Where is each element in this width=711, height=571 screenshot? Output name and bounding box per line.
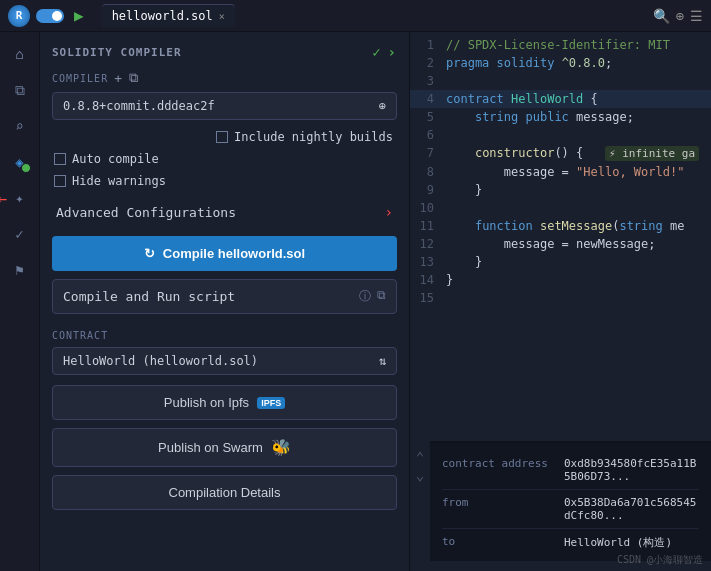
line-num: 13 — [418, 253, 446, 271]
sidebar-icon-home[interactable]: ⌂ — [6, 40, 34, 68]
zoom-in-icon[interactable]: ⊕ — [676, 8, 684, 24]
publish-swarm-button[interactable]: Publish on Swarm 🐝 — [52, 428, 397, 467]
adv-arrow-icon: › — [385, 204, 393, 220]
hide-warnings-row: Hide warnings — [52, 174, 397, 188]
tab-close-icon[interactable]: × — [219, 11, 225, 22]
advanced-config-row[interactable]: Advanced Configurations › — [52, 196, 397, 228]
copy2-icon[interactable]: ⧉ — [377, 288, 386, 305]
copy-compiler-icon[interactable]: ⧉ — [129, 70, 139, 86]
code-line-9: 9 } — [410, 181, 711, 199]
line-num: 12 — [418, 235, 446, 253]
panel-title: SOLIDITY COMPILER ✓ › — [52, 44, 397, 60]
tab-helloworld[interactable]: helloworld.sol × — [102, 4, 235, 27]
auto-compile-label: Auto compile — [72, 152, 159, 166]
toggle-switch[interactable] — [36, 9, 64, 23]
scroll-up-icon[interactable]: ⌃ — [416, 449, 424, 465]
line-content: string public message; — [446, 108, 634, 126]
code-panel: 1 // SPDX-License-Identifier: MIT 2 prag… — [410, 32, 711, 571]
compile-refresh-icon: ↻ — [144, 246, 155, 261]
code-line-15: 15 — [410, 289, 711, 307]
contract-arrow-icon: ⇅ — [379, 354, 386, 368]
main-layout: ⌂ ⧉ ⌕ ◈ ← ✦ ✓ ⚑ SOLIDITY COMPILER ✓ › CO… — [0, 32, 711, 571]
output-row-address: contract address 0xd8b934580fcE35a11B5B0… — [442, 451, 699, 490]
line-num: 10 — [418, 199, 446, 217]
line-num: 2 — [418, 54, 446, 72]
panel-title-text: SOLIDITY COMPILER — [52, 46, 182, 59]
compilation-details-label: Compilation Details — [169, 485, 281, 500]
output-val-from: 0x5B38Da6a701c568545dCfc80... — [564, 496, 699, 522]
top-bar: R ▶ helloworld.sol × 🔍 ⊕ ☰ — [0, 0, 711, 32]
sidebar-icon-search[interactable]: ⌕ — [6, 112, 34, 140]
code-line-1: 1 // SPDX-License-Identifier: MIT — [410, 36, 711, 54]
code-line-7: 7 constructor() { ⚡ infinite ga — [410, 144, 711, 163]
split-icon[interactable]: ☰ — [690, 8, 703, 24]
swarm-icon: 🐝 — [271, 438, 291, 457]
hide-warnings-label: Hide warnings — [72, 174, 166, 188]
output-row-from: from 0x5B38Da6a701c568545dCfc80... — [442, 490, 699, 529]
section-compiler-label: COMPILER + ⧉ — [52, 70, 397, 86]
line-content: contract HelloWorld { — [446, 90, 598, 108]
sidebar-icon-files[interactable]: ⧉ — [6, 76, 34, 104]
scroll-arrows[interactable]: ⌃ ⌄ — [410, 441, 430, 571]
code-line-4: 4 contract HelloWorld { — [410, 90, 711, 108]
line-num: 7 — [418, 144, 446, 163]
auto-compile-row: Auto compile — [52, 152, 397, 166]
play-button[interactable]: ▶ — [70, 6, 88, 25]
watermark: CSDN @小海聊智造 — [617, 553, 703, 567]
publish-ipfs-button[interactable]: Publish on Ipfs IPFS — [52, 385, 397, 420]
code-line-14: 14 } — [410, 271, 711, 289]
output-val-address: 0xd8b934580fcE35a11B5B06D73... — [564, 457, 699, 483]
tab-label: helloworld.sol — [112, 9, 213, 23]
line-content: constructor() { ⚡ infinite ga — [446, 144, 699, 163]
nightly-checkbox[interactable] — [216, 131, 228, 143]
red-arrow-icon: ← — [0, 189, 7, 208]
output-panel[interactable]: contract address 0xd8b934580fcE35a11B5B0… — [430, 441, 711, 561]
add-compiler-icon[interactable]: + — [114, 71, 123, 86]
check-icon: ✓ — [372, 44, 381, 60]
output-val-to: HelloWorld (构造) — [564, 535, 672, 550]
section-contract-label: CONTRACT — [52, 330, 397, 341]
line-num: 3 — [418, 72, 446, 90]
info-icon[interactable]: ⓘ — [359, 288, 371, 305]
nav-icon[interactable]: › — [388, 44, 397, 60]
compiler-panel: SOLIDITY COMPILER ✓ › COMPILER + ⧉ 0.8.8… — [40, 32, 410, 571]
sidebar-icon-check[interactable]: ✓ — [6, 220, 34, 248]
auto-compile-checkbox[interactable] — [54, 153, 66, 165]
line-num: 1 — [418, 36, 446, 54]
code-line-2: 2 pragma solidity ^0.8.0; — [410, 54, 711, 72]
line-num: 9 — [418, 181, 446, 199]
contract-label-text: CONTRACT — [52, 330, 108, 341]
version-selector[interactable]: 0.8.8+commit.dddeac2f ⊕ — [52, 92, 397, 120]
scroll-down-icon[interactable]: ⌄ — [416, 467, 424, 483]
compile-run-button[interactable]: Compile and Run script ⓘ ⧉ — [52, 279, 397, 314]
version-text: 0.8.8+commit.dddeac2f — [63, 99, 215, 113]
line-content: // SPDX-License-Identifier: MIT — [446, 36, 670, 54]
code-line-8: 8 message = "Hello, World!" — [410, 163, 711, 181]
compile-button[interactable]: ↻ Compile helloworld.sol — [52, 236, 397, 271]
sidebar-icon-compiler[interactable]: ◈ — [6, 148, 34, 176]
publish-ipfs-label: Publish on Ipfs — [164, 395, 249, 410]
line-num: 8 — [418, 163, 446, 181]
version-arrow-icon: ⊕ — [379, 99, 386, 113]
nightly-label: Include nightly builds — [234, 130, 393, 144]
app-logo: R — [8, 5, 30, 27]
zoom-out-icon[interactable]: 🔍 — [653, 8, 670, 24]
hide-warnings-checkbox[interactable] — [54, 175, 66, 187]
code-editor[interactable]: 1 // SPDX-License-Identifier: MIT 2 prag… — [410, 32, 711, 441]
tab-area: helloworld.sol × — [102, 4, 235, 27]
line-content: message = "Hello, World!" — [446, 163, 684, 181]
ipfs-badge: IPFS — [257, 397, 285, 409]
sidebar-icon-users[interactable]: ⚑ — [6, 256, 34, 284]
line-num: 5 — [418, 108, 446, 126]
output-label-address: contract address — [442, 457, 552, 483]
contract-selector[interactable]: HelloWorld (helloworld.sol) ⇅ — [52, 347, 397, 375]
compilation-details-button[interactable]: Compilation Details — [52, 475, 397, 510]
line-num: 14 — [418, 271, 446, 289]
output-label-to: to — [442, 535, 552, 550]
code-line-11: 11 function setMessage(string me — [410, 217, 711, 235]
output-row-to: to HelloWorld (构造) — [442, 529, 699, 556]
line-num: 4 — [418, 90, 446, 108]
script-info-icons: ⓘ ⧉ — [359, 288, 386, 305]
sidebar-icon-deploy[interactable]: ← ✦ — [6, 184, 34, 212]
line-content: } — [446, 271, 453, 289]
